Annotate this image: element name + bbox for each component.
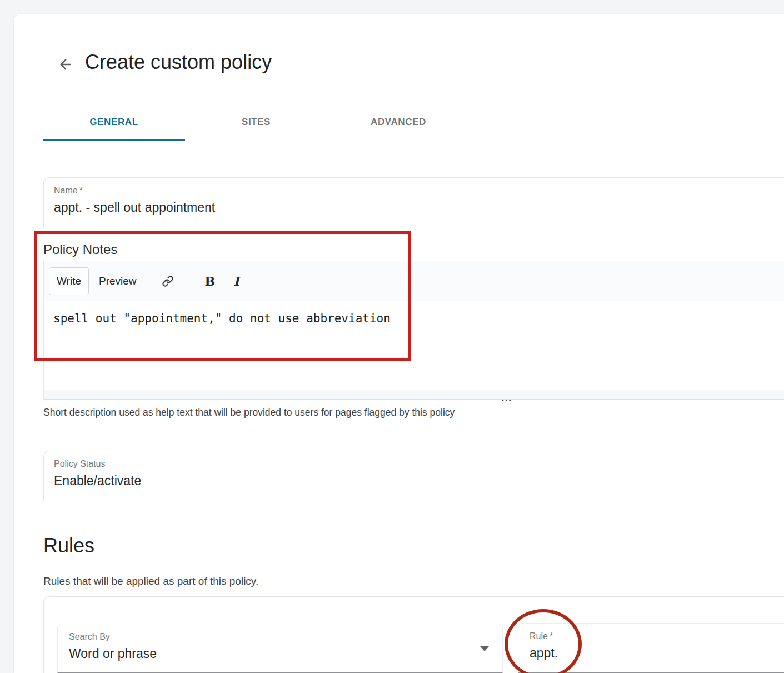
name-input[interactable]: Name* appt. - spell out appointment <box>43 177 784 227</box>
required-asterisk: * <box>548 631 553 641</box>
resize-grip[interactable]: ••• <box>502 397 513 403</box>
editor-toolbar: Write Preview B I <box>44 261 784 301</box>
required-asterisk: * <box>78 186 83 195</box>
create-policy-card: Create custom policy GENERAL SITES ADVAN… <box>14 14 784 673</box>
rule-value: appt. <box>530 646 784 661</box>
name-value: appt. - spell out appointment <box>54 200 784 215</box>
tab-general[interactable]: GENERAL <box>43 105 185 139</box>
policy-status-value: Enable/activate <box>54 473 784 488</box>
search-by-value: Word or phrase <box>69 646 502 661</box>
tab-sites[interactable]: SITES <box>185 105 327 139</box>
search-by-label: Search By <box>69 632 502 642</box>
italic-icon[interactable]: I <box>233 274 239 288</box>
editor-footer-bar <box>44 390 784 400</box>
tab-advanced[interactable]: ADVANCED <box>327 105 470 139</box>
back-button[interactable] <box>55 54 76 75</box>
write-tab-button[interactable]: Write <box>49 267 89 295</box>
bold-icon[interactable]: B <box>205 274 216 288</box>
rules-heading: Rules <box>43 534 94 557</box>
policy-notes-textarea[interactable]: spell out "appointment," do not use abbr… <box>44 301 784 390</box>
link-icon[interactable] <box>162 275 174 287</box>
policy-status-select[interactable]: Policy Status Enable/activate <box>43 451 784 501</box>
back-arrow-icon <box>57 56 74 73</box>
policy-notes-label: Policy Notes <box>43 242 117 257</box>
rules-description: Rules that will be applied as part of th… <box>43 575 258 587</box>
policy-status-label: Policy Status <box>54 459 784 469</box>
policy-notes-editor: Write Preview B I spell out "appointment… <box>43 261 784 400</box>
rule-input[interactable]: Rule* appt. <box>518 623 784 673</box>
policy-notes-help-text: Short description used as help text that… <box>43 407 455 418</box>
preview-tab-button[interactable]: Preview <box>99 275 137 287</box>
search-by-select[interactable]: Search By Word or phrase <box>57 624 503 673</box>
name-label: Name* <box>54 186 784 196</box>
screen: Create custom policy GENERAL SITES ADVAN… <box>0 0 784 673</box>
active-tab-indicator <box>43 139 185 141</box>
dropdown-arrow-icon <box>480 646 489 651</box>
page-title: Create custom policy <box>85 51 272 74</box>
rule-label: Rule* <box>530 631 784 641</box>
